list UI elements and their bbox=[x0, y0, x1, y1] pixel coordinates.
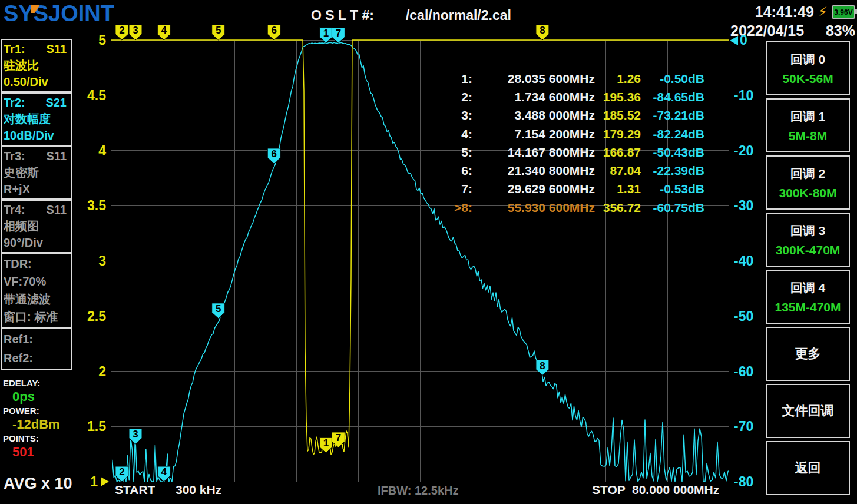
marker-6-swr-icon[interactable]: 6 bbox=[267, 25, 280, 40]
menu-button-3[interactable]: 回调 2300K-80M bbox=[766, 155, 850, 210]
calibration-status[interactable]: O S L T #: /cal/normal/2.cal bbox=[311, 8, 511, 24]
marker-8-s21-icon[interactable]: 8 bbox=[536, 360, 549, 376]
tdr-detail: 窗口: 标准 bbox=[4, 308, 70, 326]
ref-box[interactable]: Ref1:Ref2: bbox=[1, 328, 72, 370]
trace-title: Tr4:S11 bbox=[4, 201, 70, 218]
menu-button-range: 50K-56M bbox=[782, 72, 833, 86]
ref-detail: Ref2: bbox=[4, 349, 70, 367]
menu-button-title: 回调 1 bbox=[790, 108, 826, 125]
menu-button-4[interactable]: 回调 3300K-470M bbox=[766, 213, 850, 267]
menu-button-6[interactable]: 更多 bbox=[766, 327, 850, 381]
power-value: -12dBm bbox=[3, 417, 80, 432]
marker-db: -0.50dB bbox=[641, 72, 704, 86]
marker-freq: 21.340 800MHz bbox=[472, 164, 595, 178]
menu-button-title: 回调 3 bbox=[790, 223, 826, 239]
menu-button-title: 更多 bbox=[795, 345, 821, 363]
marker-8-swr-icon[interactable]: 8 bbox=[536, 25, 549, 40]
menu-button-range: 135M-470M bbox=[775, 300, 841, 314]
marker-db: -73.21dB bbox=[641, 108, 704, 122]
marker-1-s21-icon[interactable]: 1 bbox=[319, 28, 332, 43]
menu-button-7[interactable]: 文件回调 bbox=[766, 384, 850, 438]
left-axis-tick: 2.5 bbox=[78, 309, 106, 323]
menu-button-8[interactable]: 返回 bbox=[766, 441, 850, 495]
marker-val: 1.26 bbox=[595, 72, 641, 86]
marker-freq: 1.734 600MHz bbox=[472, 90, 595, 104]
right-axis-tick: -50 bbox=[734, 309, 753, 323]
right-axis-tick: -60 bbox=[734, 364, 753, 379]
marker-num: 1: bbox=[436, 72, 472, 86]
brand-logo-text: SYSJOINT bbox=[4, 1, 114, 26]
trace-detail: R+jX bbox=[4, 181, 70, 197]
trace-box-tr1[interactable]: Tr1:S11驻波比0.50/Div bbox=[1, 39, 72, 92]
svg-text:2: 2 bbox=[119, 25, 124, 36]
svg-text:5: 5 bbox=[216, 303, 221, 314]
trace-detail: 10dB/Div bbox=[4, 127, 70, 144]
trace-detail: 驻波比 bbox=[4, 57, 70, 74]
menu-button-range: 300K-470M bbox=[776, 243, 841, 257]
trace-detail: 相频图 bbox=[4, 218, 70, 234]
marker-5-swr-icon[interactable]: 5 bbox=[212, 25, 225, 40]
trace-title: Tr1:S11 bbox=[4, 41, 70, 57]
marker-val: 195.36 bbox=[595, 90, 641, 104]
battery-voltage: 3.96V bbox=[834, 8, 852, 16]
marker-val: 356.72 bbox=[595, 201, 641, 215]
svg-text:1: 1 bbox=[323, 437, 329, 449]
svg-text:8: 8 bbox=[540, 360, 545, 372]
trace-sidebar: Tr1:S11驻波比0.50/DivTr2:S21对数幅度10dB/DivTr3… bbox=[1, 39, 72, 370]
marker-freq: 28.035 600MHz bbox=[472, 72, 595, 86]
battery-icon: 3.96V bbox=[832, 5, 855, 19]
trace-detail: 0.50/Div bbox=[4, 74, 70, 90]
sweep-settings: EDELAY: 0ps POWER: -12dBm POINTS: 501 bbox=[3, 377, 80, 460]
marker-4-swr-icon[interactable]: 4 bbox=[157, 25, 170, 40]
battery-percent: 83% bbox=[826, 22, 855, 39]
svg-text:6: 6 bbox=[271, 25, 276, 36]
marker-6-s21-icon[interactable]: 6 bbox=[267, 148, 280, 164]
right-axis-tick: -10 bbox=[734, 88, 753, 102]
trace-detail: 史密斯 bbox=[4, 164, 70, 181]
status-block: 14:41:49 ⚡ 3.96V 2022/04/15 83% bbox=[729, 4, 855, 39]
marker-num: 3: bbox=[436, 108, 472, 122]
menu-button-title: 回调 2 bbox=[790, 165, 826, 182]
svg-text:8: 8 bbox=[540, 25, 545, 36]
tdr-detail: VF:70% bbox=[4, 273, 70, 290]
menu-button-2[interactable]: 回调 15M-8M bbox=[766, 98, 850, 152]
left-axis-tick: 1 bbox=[70, 475, 98, 489]
marker-freq: 55.930 600MHz bbox=[472, 201, 595, 215]
edelay-value: 0ps bbox=[3, 389, 80, 404]
svg-text:5: 5 bbox=[216, 25, 221, 36]
start-value: 300 kHz bbox=[176, 483, 221, 497]
tdr-box[interactable]: TDR:VF:70%带通滤波窗口: 标准 bbox=[1, 253, 72, 328]
marker-row: 6:21.340 800MHz87.04-22.39dB bbox=[436, 161, 704, 180]
cal-type-label: O S L T #: bbox=[311, 8, 374, 24]
marker-val: 166.87 bbox=[595, 145, 641, 160]
brand-logo: SYSJOINT bbox=[4, 1, 114, 26]
marker-db: -82.24dB bbox=[641, 127, 704, 141]
points-value: 501 bbox=[3, 445, 80, 460]
tdr-detail: TDR: bbox=[4, 255, 70, 273]
power-label: POWER: bbox=[3, 404, 80, 417]
left-axis-tick: 3.5 bbox=[78, 198, 106, 213]
charging-bolt-icon: ⚡ bbox=[818, 4, 828, 20]
left-axis-tick: 1.5 bbox=[78, 419, 106, 433]
left-axis-tick: 4 bbox=[78, 144, 106, 158]
marker-val: 185.52 bbox=[595, 108, 641, 122]
trace-box-tr4[interactable]: Tr4:S11相频图90°/Div bbox=[1, 200, 72, 253]
menu-button-1[interactable]: 回调 050K-56M bbox=[766, 41, 850, 95]
marker-table: 1:28.035 600MHz1.26-0.50dB2:1.734 600MHz… bbox=[436, 69, 704, 217]
trace-box-tr2[interactable]: Tr2:S21对数幅度10dB/Div bbox=[1, 92, 72, 146]
svg-text:4: 4 bbox=[161, 466, 167, 478]
menu-button-range: 5M-8M bbox=[789, 129, 827, 143]
trace-detail: 对数幅度 bbox=[4, 111, 70, 127]
marker-row: >8:55.930 600MHz356.72-60.75dB bbox=[436, 198, 704, 217]
stop-label: STOP bbox=[592, 483, 626, 497]
trace-title: Tr3:S11 bbox=[4, 148, 70, 164]
tdr-detail: 带通滤波 bbox=[4, 290, 70, 308]
trace-box-tr3[interactable]: Tr3:S11史密斯R+jX bbox=[1, 146, 72, 200]
marker-2-swr-icon[interactable]: 2 bbox=[115, 25, 128, 40]
marker-3-swr-icon[interactable]: 3 bbox=[129, 25, 142, 40]
marker-row: 4:7.154 200MHz179.29-82.24dB bbox=[436, 125, 704, 143]
right-axis-tick: -80 bbox=[734, 475, 753, 489]
marker-7-s21-icon[interactable]: 7 bbox=[332, 28, 345, 43]
menu-button-5[interactable]: 回调 4135M-470M bbox=[766, 270, 850, 324]
svg-text:3: 3 bbox=[133, 25, 138, 36]
